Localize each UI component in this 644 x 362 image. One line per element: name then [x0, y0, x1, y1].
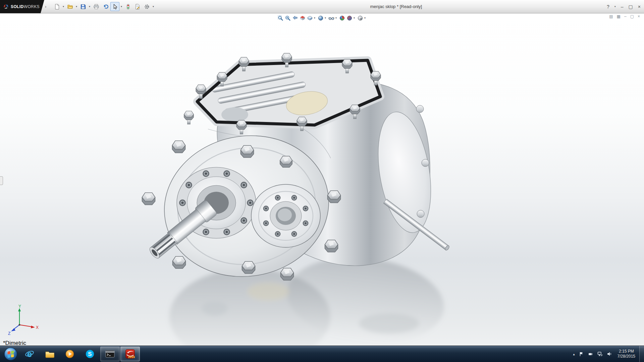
featuremanager-flyout-tab[interactable] — [0, 176, 3, 185]
apply-scene-button[interactable]: ▾ — [346, 14, 356, 22]
brand-expand-arrow[interactable]: › — [45, 4, 48, 9]
options-gear-icon — [144, 4, 150, 10]
windows-taskbar: e S — [0, 346, 644, 362]
system-tray: ▴ 2:15 PM 7/28/2015 — [573, 349, 639, 359]
file-properties-button[interactable] — [133, 2, 142, 11]
triad-z-label: Z — [8, 331, 10, 336]
action-center-flag-icon[interactable] — [579, 352, 584, 357]
taskbar-item-skype[interactable]: S — [80, 347, 100, 361]
solidworks-year-badge: 2015 — [128, 355, 135, 359]
dropdown-caret[interactable]: ▾ — [62, 5, 65, 8]
graphics-area[interactable]: ▾ ▾ ▾ ▾ ▾ ▤ ▦ — [0, 13, 644, 346]
skype-icon: S — [85, 349, 95, 359]
windows-start-orb-icon — [4, 347, 18, 361]
taskbar-item-command-prompt[interactable] — [100, 347, 120, 361]
hide-show-glasses-icon — [328, 15, 334, 21]
previous-view-icon — [292, 15, 298, 21]
network-icon[interactable] — [597, 351, 603, 357]
taskbar-item-solidworks[interactable]: 2015 — [120, 347, 140, 361]
view-settings-icon — [357, 15, 363, 21]
standard-toolbar: ▾ ▾ ▾ ▾ — [52, 2, 155, 11]
tray-date: 7/28/2015 — [618, 354, 635, 359]
command-prompt-icon — [105, 349, 115, 359]
select-cursor-icon — [112, 4, 118, 10]
dropdown-caret[interactable]: ▾ — [75, 5, 78, 8]
edit-appearance-icon — [339, 15, 345, 21]
open-folder-icon — [67, 4, 73, 10]
taskbar-item-internet-explorer[interactable]: e — [20, 347, 39, 361]
dropdown-caret[interactable]: ▾ — [324, 17, 327, 19]
save-button[interactable] — [78, 2, 88, 11]
section-view-icon — [300, 15, 306, 21]
heads-up-view-toolbar: ▾ ▾ ▾ ▾ ▾ — [277, 14, 367, 22]
minimize-button[interactable]: – — [621, 4, 624, 9]
select-button[interactable] — [110, 2, 119, 11]
right-flange[interactable] — [251, 184, 320, 247]
doc-minimize-button[interactable]: – — [624, 14, 627, 18]
tray-clock[interactable]: 2:15 PM 7/28/2015 — [616, 349, 637, 359]
new-document-icon — [54, 4, 60, 10]
zoom-to-area-button[interactable] — [284, 14, 291, 22]
print-button[interactable] — [92, 2, 101, 11]
view-orientation-cube-icon — [307, 15, 313, 21]
orientation-triad: Y X Z — [7, 305, 40, 336]
taskbar-item-windows-media-player[interactable] — [60, 347, 79, 361]
dropdown-caret[interactable]: ▾ — [152, 5, 155, 8]
taskbar-item-windows-explorer[interactable] — [40, 347, 59, 361]
view-orientation-button[interactable]: ▾ — [307, 14, 317, 22]
internet-explorer-icon: e — [24, 349, 35, 359]
pane-split-button[interactable]: ▦ — [617, 14, 621, 18]
section-view-button[interactable] — [299, 14, 306, 22]
folder-icon — [45, 349, 55, 359]
dropdown-caret[interactable]: ▾ — [363, 17, 367, 19]
rebuild-traffic-light-icon — [125, 4, 131, 10]
restore-button[interactable]: ▢ — [629, 4, 633, 9]
start-button[interactable] — [2, 346, 19, 362]
open-button[interactable] — [65, 2, 74, 11]
close-button[interactable]: × — [638, 4, 641, 9]
gearbox-assembly-model[interactable] — [0, 13, 644, 346]
volume-icon[interactable] — [607, 351, 612, 357]
tray-expand-button[interactable]: ▴ — [573, 352, 575, 356]
zoom-to-fit-button[interactable] — [277, 14, 284, 22]
print-icon — [93, 4, 99, 10]
triad-y-label: Y — [18, 305, 21, 309]
view-settings-button[interactable]: ▾ — [357, 14, 367, 22]
display-style-button[interactable]: ▾ — [317, 14, 327, 22]
zoom-to-fit-icon — [277, 15, 283, 21]
dropdown-caret[interactable]: ▾ — [313, 17, 316, 19]
zoom-to-area-icon — [285, 15, 291, 21]
show-desktop-button[interactable] — [639, 346, 644, 362]
remove-hardware-icon[interactable] — [588, 351, 593, 357]
document-window-controls: ▤ ▦ – ▢ × — [609, 14, 640, 18]
window-controls: ? ▾ – ▢ × — [607, 0, 641, 13]
media-player-icon — [65, 349, 75, 359]
triad-x-label: X — [36, 325, 39, 330]
edit-appearance-button[interactable] — [339, 14, 345, 22]
dropdown-caret[interactable]: ▾ — [88, 5, 91, 8]
dropdown-caret[interactable]: ▾ — [353, 17, 356, 19]
doc-restore-button[interactable]: ▢ — [630, 14, 634, 18]
previous-view-button[interactable] — [292, 14, 299, 22]
undo-icon — [103, 4, 109, 10]
options-button[interactable] — [142, 2, 151, 11]
dassault-systemes-icon — [3, 3, 9, 10]
view-orientation-label: *Dimetric — [3, 340, 26, 346]
dropdown-caret[interactable]: ▾ — [334, 17, 338, 19]
ie-e-glyph: e — [27, 349, 32, 359]
dropdown-caret[interactable]: ▾ — [120, 5, 123, 8]
rebuild-button[interactable] — [123, 2, 132, 11]
pane-layout-button[interactable]: ▤ — [609, 14, 613, 18]
brand-name: SOLIDWORKS — [11, 4, 40, 9]
window-title: menjac sklop * [Read-only] — [370, 4, 422, 9]
new-document-button[interactable] — [52, 2, 61, 11]
help-dropdown-caret[interactable]: ▾ — [614, 5, 616, 8]
doc-close-button[interactable]: × — [638, 14, 640, 18]
solidworks-logo[interactable]: SOLIDWORKS — [0, 0, 44, 13]
undo-button[interactable] — [101, 2, 110, 11]
save-icon — [80, 4, 86, 10]
apply-scene-icon — [346, 15, 353, 21]
hide-show-items-button[interactable]: ▾ — [328, 14, 338, 22]
help-button[interactable]: ? — [607, 4, 609, 9]
titlebar: SOLIDWORKS › ▾ ▾ ▾ ▾ — [0, 0, 644, 13]
